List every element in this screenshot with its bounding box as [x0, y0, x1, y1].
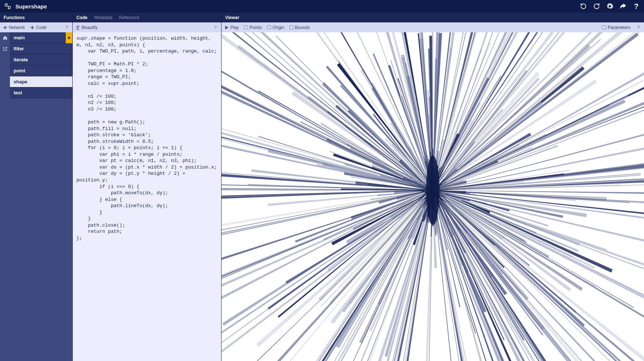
functions-title: Functions — [4, 15, 25, 20]
share-icon[interactable] — [619, 2, 627, 10]
undo-icon[interactable] — [579, 2, 587, 10]
viewer-toolbar: Play Points Origin Bounds Parameters ? — [222, 22, 644, 32]
pin-icon[interactable] — [66, 32, 72, 43]
add-network-button[interactable]: Network — [3, 25, 25, 30]
gear-icon[interactable] — [606, 2, 614, 10]
svg-marker-271 — [433, 32, 644, 190]
functions-list: main filter iterate point shape test — [10, 32, 72, 361]
svg-marker-338 — [436, 45, 590, 187]
plus-icon — [3, 25, 7, 30]
tab-metadata[interactable]: Metadata — [94, 15, 112, 20]
code-panel-header: Code Metadata Reference — [73, 12, 221, 22]
origin-toggle[interactable]: Origin — [267, 25, 284, 30]
function-label: filter — [14, 46, 24, 51]
checkbox-icon — [289, 25, 294, 29]
svg-marker-29 — [433, 196, 467, 361]
function-label: main — [14, 35, 25, 40]
points-toggle[interactable]: Points — [244, 25, 262, 30]
play-label: Play — [230, 25, 239, 30]
tab-code[interactable]: Code — [76, 15, 87, 20]
beautify-button[interactable]: Beautify — [76, 25, 97, 30]
home-icon[interactable] — [0, 32, 10, 43]
function-label: iterate — [14, 57, 28, 62]
svg-marker-273 — [222, 191, 431, 361]
origin-label: Origin — [273, 25, 284, 30]
function-label: shape — [14, 79, 28, 84]
viewer-help-button[interactable]: ? — [636, 25, 641, 30]
viewer-canvas[interactable] — [222, 32, 644, 361]
functions-icon-column — [0, 32, 10, 361]
svg-marker-40 — [433, 32, 520, 190]
code-editor[interactable]: supr.shape = function (position, width, … — [73, 32, 221, 361]
code-help-button[interactable]: ? — [213, 25, 218, 30]
code-panel: Code Metadata Reference Beautify ? supr.… — [73, 12, 222, 361]
checkbox-icon — [244, 25, 248, 29]
svg-marker-179 — [433, 134, 546, 188]
code-toolbar: Beautify ? — [73, 22, 221, 32]
function-item-test[interactable]: test — [10, 87, 72, 98]
redo-icon[interactable] — [593, 2, 601, 10]
bounds-label: Bounds — [295, 25, 310, 30]
function-label: point — [14, 68, 25, 73]
plus-icon — [30, 25, 35, 30]
function-item-main[interactable]: main — [10, 32, 72, 43]
app-title: Supershape — [15, 3, 47, 10]
viewer-title: Viewer — [225, 15, 239, 20]
viewer-panel-header: Viewer — [222, 12, 644, 22]
svg-point-500 — [426, 155, 439, 225]
function-item-shape[interactable]: shape — [10, 76, 72, 87]
checkbox-icon — [602, 25, 606, 29]
function-item-point[interactable]: point — [10, 65, 72, 76]
add-code-button[interactable]: Code — [30, 25, 47, 30]
functions-toolbar: Network Code ? — [0, 22, 72, 32]
beautify-label: Beautify — [82, 25, 97, 30]
function-item-iterate[interactable]: iterate — [10, 54, 72, 65]
tab-reference[interactable]: Reference — [119, 15, 139, 20]
app-topbar: Supershape ? — [0, 0, 644, 12]
beautify-icon — [76, 25, 80, 30]
external-link-icon[interactable] — [0, 43, 10, 54]
functions-panel-header: Functions — [0, 12, 72, 22]
parameters-label: Parameters — [608, 25, 630, 30]
add-code-label: Code — [36, 25, 47, 30]
checkbox-icon — [267, 25, 271, 29]
play-icon — [224, 25, 229, 30]
bounds-toggle[interactable]: Bounds — [289, 25, 310, 30]
functions-help-button[interactable]: ? — [64, 25, 69, 30]
svg-marker-156 — [434, 32, 618, 184]
play-button[interactable]: Play — [224, 25, 239, 30]
add-network-label: Network — [9, 25, 25, 30]
app-logo-icon — [4, 2, 12, 10]
points-label: Points — [249, 25, 262, 30]
parameters-toggle[interactable]: Parameters — [602, 25, 630, 30]
functions-panel: Functions Network Code ? main — [0, 12, 73, 361]
viewer-panel: Viewer Play Points Origin Bounds Pa — [222, 12, 644, 361]
function-item-filter[interactable]: filter — [10, 43, 72, 54]
help-icon[interactable]: ? — [632, 2, 640, 10]
function-label: test — [14, 90, 22, 95]
svg-marker-115 — [433, 196, 479, 361]
